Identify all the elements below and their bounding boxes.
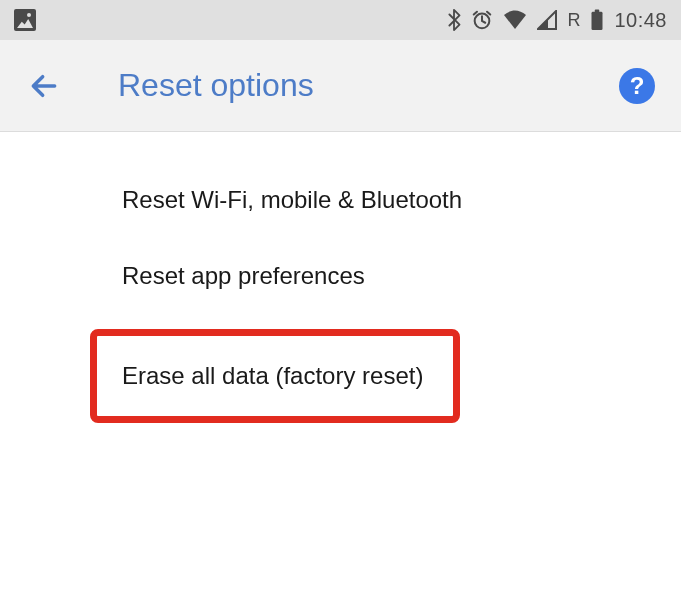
wifi-icon <box>503 10 527 30</box>
help-button[interactable]: ? <box>619 68 655 104</box>
option-factory-reset-wrap: Erase all data (factory reset) <box>0 329 681 423</box>
bluetooth-icon <box>447 9 461 31</box>
status-left <box>14 9 36 31</box>
battery-icon <box>590 9 604 31</box>
page-title: Reset options <box>118 67 314 104</box>
options-list: Reset Wi-Fi, mobile & Bluetooth Reset ap… <box>0 132 681 423</box>
back-button[interactable] <box>26 68 62 104</box>
alarm-icon <box>471 9 493 31</box>
app-bar: Reset options ? <box>0 40 681 132</box>
status-right: R 10:48 <box>447 9 667 32</box>
svg-rect-2 <box>595 9 600 12</box>
svg-rect-1 <box>592 12 603 30</box>
clock: 10:48 <box>614 9 667 32</box>
option-reset-network[interactable]: Reset Wi-Fi, mobile & Bluetooth <box>0 162 681 238</box>
status-bar: R 10:48 <box>0 0 681 40</box>
option-reset-app-prefs[interactable]: Reset app preferences <box>0 238 681 314</box>
help-icon: ? <box>630 72 645 100</box>
roaming-indicator: R <box>567 10 580 31</box>
picture-icon <box>14 9 36 31</box>
arrow-left-icon <box>28 70 60 102</box>
option-factory-reset[interactable]: Erase all data (factory reset) <box>90 329 460 423</box>
signal-icon <box>537 10 557 30</box>
